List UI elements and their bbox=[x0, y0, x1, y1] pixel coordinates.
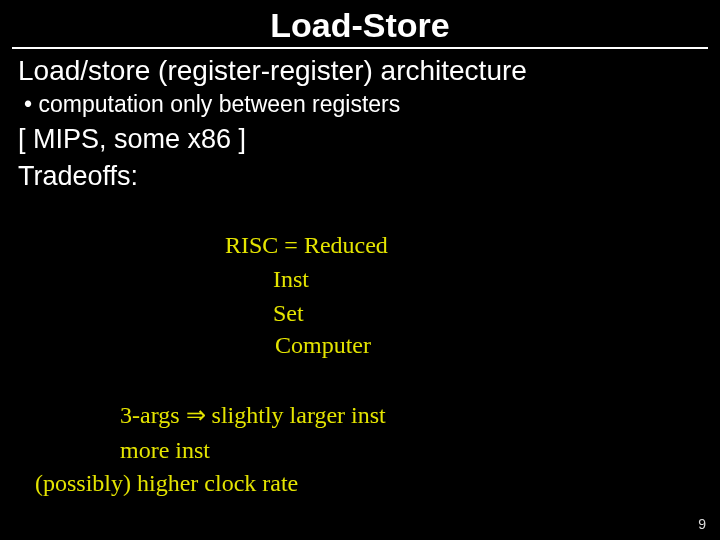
slide-title: Load-Store bbox=[0, 0, 720, 45]
handwriting-tradeoff-more-inst: more inst bbox=[120, 435, 210, 465]
tradeoffs-label: Tradeoffs: bbox=[0, 155, 720, 192]
handwriting-risc-reduced: RISC = Reduced bbox=[225, 230, 388, 260]
handwriting-tradeoff-clock: (possibly) higher clock rate bbox=[35, 468, 298, 498]
bullet-computation: computation only between registers bbox=[0, 87, 720, 118]
handwriting-risc-set: Set bbox=[273, 298, 304, 328]
examples-line: [ MIPS, some x86 ] bbox=[0, 118, 720, 155]
subtitle: Load/store (register-register) architect… bbox=[0, 55, 720, 87]
handwriting-risc-computer: Computer bbox=[275, 330, 371, 360]
page-number: 9 bbox=[698, 516, 706, 532]
handwriting-risc-inst: Inst bbox=[273, 264, 309, 294]
title-divider bbox=[12, 47, 708, 49]
handwriting-tradeoff-args: 3-args ⇒ slightly larger inst bbox=[120, 400, 386, 430]
